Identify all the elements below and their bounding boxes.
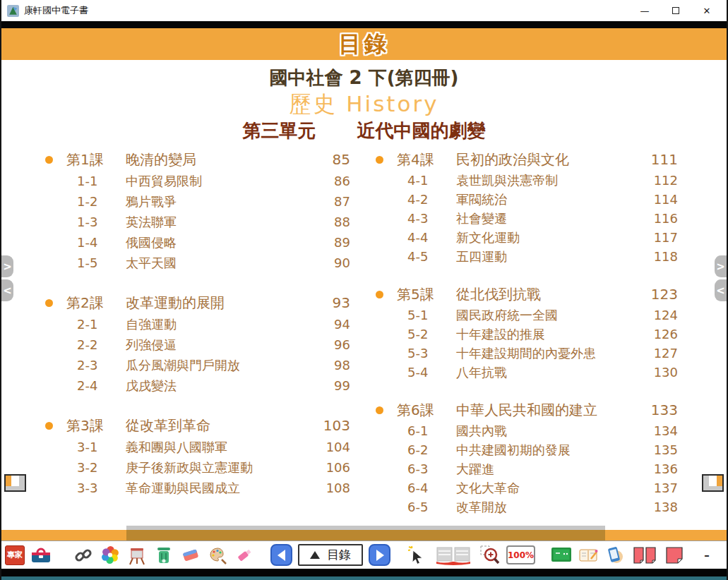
toc-sub-row[interactable]: 4-3 社會變遷 116 bbox=[376, 209, 678, 228]
toc-sub-row[interactable]: 6-5 改革開放 138 bbox=[376, 497, 678, 516]
sub-page-number: 98 bbox=[314, 355, 350, 375]
sub-title: 鴉片戰爭 bbox=[126, 191, 314, 212]
easel-icon[interactable] bbox=[126, 545, 148, 566]
pinwheel-tools-icon[interactable] bbox=[100, 545, 121, 566]
window-minimize-button[interactable]: — bbox=[629, 1, 660, 20]
sub-title: 義和團與八國聯軍 bbox=[126, 437, 314, 457]
notebook-pen-icon[interactable] bbox=[578, 545, 599, 566]
horizontal-scrollbar-track[interactable] bbox=[1, 530, 727, 540]
bullet-spacer bbox=[376, 465, 383, 473]
toc-lesson-row[interactable]: 第4課 民初的政治與文化 111 bbox=[376, 148, 678, 171]
right-panel-close-chevron[interactable]: < bbox=[715, 279, 727, 301]
toc-sub-row[interactable]: 2-3 瓜分風潮與門戶開放 98 bbox=[45, 355, 350, 375]
toc-sub-row[interactable]: 1-2 鴉片戰爭 87 bbox=[45, 191, 350, 212]
bullet-spacer bbox=[376, 484, 383, 492]
toc-sub-row[interactable]: 1-5 太平天國 90 bbox=[45, 253, 350, 273]
sub-label: 1-5 bbox=[66, 253, 126, 273]
bullet-spacer bbox=[45, 361, 53, 369]
toc-sub-row[interactable]: 3-2 庚子後新政與立憲運動 106 bbox=[45, 457, 350, 478]
subject-heading: 歷史 History bbox=[1, 90, 727, 119]
sub-label: 4-4 bbox=[397, 228, 456, 247]
page-selector[interactable]: 目錄 bbox=[298, 544, 363, 566]
arrow-right-icon bbox=[376, 550, 390, 561]
sub-title: 列強侵逼 bbox=[126, 334, 314, 355]
lesson-label: 第1課 bbox=[66, 148, 126, 171]
toc-sub-row[interactable]: 5-4 八年抗戰 130 bbox=[376, 363, 678, 382]
chalkboard-icon[interactable] bbox=[551, 545, 572, 566]
toc-sub-row[interactable]: 5-2 十年建設的推展 126 bbox=[376, 325, 678, 344]
toc-lesson-row[interactable]: 第5課 從北伐到抗戰 123 bbox=[376, 283, 678, 306]
toc-sub-row[interactable]: 4-2 軍閥統治 114 bbox=[376, 190, 678, 209]
page-corner-left-button[interactable] bbox=[4, 474, 26, 492]
sub-label: 2-3 bbox=[66, 355, 126, 375]
window-maximize-button[interactable] bbox=[660, 1, 691, 20]
zoom-in-magnifier-icon[interactable] bbox=[479, 545, 501, 566]
sub-label: 5-3 bbox=[397, 344, 456, 363]
link-icon[interactable] bbox=[73, 545, 94, 566]
sub-label: 2-1 bbox=[66, 314, 126, 334]
prev-page-button[interactable] bbox=[270, 544, 292, 566]
toc-sub-row[interactable]: 6-3 大躍進 136 bbox=[376, 459, 678, 478]
highlighter-icon[interactable] bbox=[234, 545, 255, 566]
toolbox-icon[interactable] bbox=[30, 545, 52, 566]
window-close-button[interactable]: ✕ bbox=[691, 1, 722, 20]
toolbar-restore-button[interactable] bbox=[723, 545, 728, 566]
toc-sub-row[interactable]: 3-3 革命運動與民國成立 108 bbox=[45, 478, 350, 498]
toc-column-right: 第4課 民初的政治與文化 111 4-1 袁世凱與洪憲帝制 112 4-2 軍閥… bbox=[376, 148, 678, 533]
book-title: 國中社會 2 下(第四冊) bbox=[1, 66, 727, 90]
mobile-device-icon[interactable] bbox=[604, 545, 626, 566]
sub-page-number: 134 bbox=[641, 421, 678, 440]
zoom-level-display[interactable]: 100% bbox=[506, 545, 535, 564]
sub-page-number: 88 bbox=[314, 212, 350, 232]
toc-sub-row[interactable]: 2-2 列強侵逼 96 bbox=[45, 334, 350, 355]
expert-mode-button[interactable]: 專家 bbox=[5, 545, 25, 565]
sub-page-number: 118 bbox=[641, 247, 678, 266]
toc-sub-row[interactable]: 3-1 義和團與八國聯軍 104 bbox=[45, 437, 350, 457]
sub-title: 文化大革命 bbox=[456, 478, 641, 497]
sub-title: 中共建國初期的發展 bbox=[456, 440, 641, 459]
toc-lesson-row[interactable]: 第2課 改革運動的展開 93 bbox=[45, 291, 350, 314]
toc-sub-row[interactable]: 2-1 自強運動 94 bbox=[45, 314, 350, 334]
bullet-spacer bbox=[376, 176, 383, 184]
palette-icon[interactable] bbox=[207, 545, 228, 566]
toc-sub-row[interactable]: 4-1 袁世凱與洪憲帝制 112 bbox=[376, 171, 678, 190]
sub-label: 6-2 bbox=[397, 440, 456, 459]
next-page-button[interactable] bbox=[369, 544, 390, 566]
cursor-icon[interactable] bbox=[406, 545, 427, 566]
toc-sub-row[interactable]: 1-3 英法聯軍 88 bbox=[45, 212, 350, 232]
two-page-view-icon[interactable] bbox=[631, 545, 658, 566]
left-panel-open-chevron[interactable]: > bbox=[1, 255, 13, 277]
lesson-label: 第6課 bbox=[397, 399, 456, 421]
horizontal-scrollbar-thumb[interactable] bbox=[126, 530, 605, 540]
toc-lesson-row[interactable]: 第6課 中華人民共和國的建立 133 bbox=[376, 399, 678, 421]
bullet-spacer bbox=[45, 198, 53, 205]
sub-label: 3-3 bbox=[66, 478, 126, 498]
toc-lesson-row[interactable]: 第3課 從改革到革命 103 bbox=[45, 414, 350, 437]
toc-sub-row[interactable]: 6-4 文化大革命 137 bbox=[376, 478, 678, 497]
right-panel-open-chevron[interactable]: > bbox=[715, 255, 727, 277]
left-panel-close-chevron[interactable]: < bbox=[1, 279, 13, 301]
toc-sub-row[interactable]: 6-2 中共建國初期的發展 135 bbox=[376, 440, 678, 459]
toc-sub-row[interactable]: 4-4 新文化運動 117 bbox=[376, 228, 678, 247]
sub-page-number: 135 bbox=[641, 440, 678, 459]
toc-sub-row[interactable]: 1-4 俄國侵略 89 bbox=[45, 232, 350, 253]
toc-sub-row[interactable]: 6-1 國共內戰 134 bbox=[376, 421, 678, 440]
sub-page-number: 138 bbox=[641, 497, 678, 516]
toc-sub-row[interactable]: 5-3 十年建設期間的內憂外患 127 bbox=[376, 344, 678, 363]
toc-lesson-block: 第2課 改革運動的展開 93 2-1 自強運動 94 2-2 列強侵逼 96 2… bbox=[45, 291, 350, 396]
toc-sub-row[interactable]: 2-4 戊戌變法 99 bbox=[45, 375, 350, 396]
toc-lesson-row[interactable]: 第1課 晚清的變局 85 bbox=[45, 148, 350, 171]
sub-title: 太平天國 bbox=[126, 253, 314, 273]
toolbar-minimize-button[interactable]: – bbox=[696, 545, 717, 566]
page-corner-right-button[interactable] bbox=[702, 474, 724, 492]
trash-icon[interactable] bbox=[153, 545, 174, 566]
toc-sub-row[interactable]: 1-1 中西貿易限制 86 bbox=[45, 171, 350, 191]
lesson-label: 第3課 bbox=[66, 414, 126, 437]
toc-sub-row[interactable]: 4-5 五四運動 118 bbox=[376, 247, 678, 266]
book-spread-icon[interactable] bbox=[433, 545, 474, 566]
left-side-tabs: > < bbox=[1, 255, 13, 301]
eraser-icon[interactable] bbox=[180, 545, 201, 566]
one-page-view-icon[interactable] bbox=[664, 545, 685, 566]
sub-title: 軍閥統治 bbox=[456, 190, 641, 209]
toc-sub-row[interactable]: 5-1 國民政府統一全國 124 bbox=[376, 306, 678, 325]
